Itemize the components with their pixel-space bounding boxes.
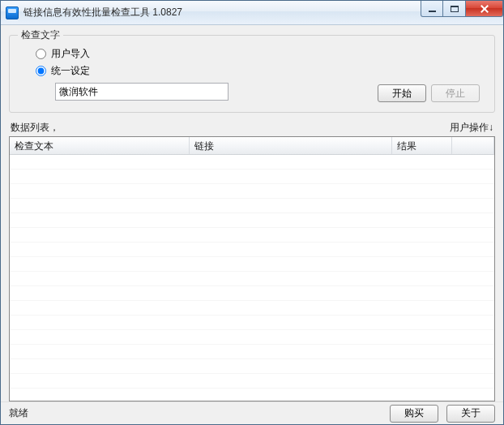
radio-unified-label: 统一设定 xyxy=(51,64,90,78)
user-op-label: 用户操作↓ xyxy=(450,121,493,135)
about-button[interactable]: 关于 xyxy=(446,405,495,423)
client-area: 检查文字 用户导入 统一设定 开始 停止 数据列表， 用户操作↓ 检查文本 链接 xyxy=(1,25,503,401)
app-window: 链接信息有效性批量检查工具 1.0827 检查文字 用户导入 统一设定 开始 停… xyxy=(0,0,504,425)
data-list-label: 数据列表， xyxy=(11,121,59,135)
check-text-group: 检查文字 用户导入 统一设定 开始 停止 xyxy=(9,35,495,113)
table-header: 检查文本 链接 结果 xyxy=(10,137,494,155)
group-legend: 检查文字 xyxy=(18,28,63,42)
minimize-icon xyxy=(429,11,436,12)
stop-button[interactable]: 停止 xyxy=(431,84,480,102)
labels-row: 数据列表， 用户操作↓ xyxy=(11,121,493,135)
statusbar-buttons: 购买 关于 xyxy=(390,405,495,423)
status-text: 就绪 xyxy=(9,406,28,420)
window-controls xyxy=(421,1,503,17)
buy-button[interactable]: 购买 xyxy=(390,405,438,423)
table-body[interactable] xyxy=(10,155,494,401)
radio-row-user-import[interactable]: 用户导入 xyxy=(36,47,485,61)
action-buttons: 开始 停止 xyxy=(378,84,480,102)
column-header-result[interactable]: 结果 xyxy=(392,137,452,154)
column-header-extra[interactable] xyxy=(452,137,494,154)
start-button[interactable]: 开始 xyxy=(378,84,426,102)
column-header-text[interactable]: 检查文本 xyxy=(10,137,190,154)
column-header-link[interactable]: 链接 xyxy=(190,137,392,154)
radio-user-import-label: 用户导入 xyxy=(51,47,90,61)
app-icon xyxy=(6,6,19,19)
radio-unified[interactable] xyxy=(36,66,46,76)
radio-row-unified[interactable]: 统一设定 xyxy=(36,64,485,78)
close-button[interactable] xyxy=(466,1,503,17)
unified-text-input[interactable] xyxy=(55,83,229,101)
titlebar[interactable]: 链接信息有效性批量检查工具 1.0827 xyxy=(1,1,503,25)
minimize-button[interactable] xyxy=(421,1,443,17)
close-icon xyxy=(480,4,489,14)
maximize-icon xyxy=(451,6,459,12)
status-bar: 就绪 购买 关于 xyxy=(1,401,503,424)
maximize-button[interactable] xyxy=(443,1,466,17)
window-title: 链接信息有效性批量检查工具 1.0827 xyxy=(23,6,182,19)
radio-user-import[interactable] xyxy=(36,49,46,59)
data-table[interactable]: 检查文本 链接 结果 xyxy=(9,136,495,401)
